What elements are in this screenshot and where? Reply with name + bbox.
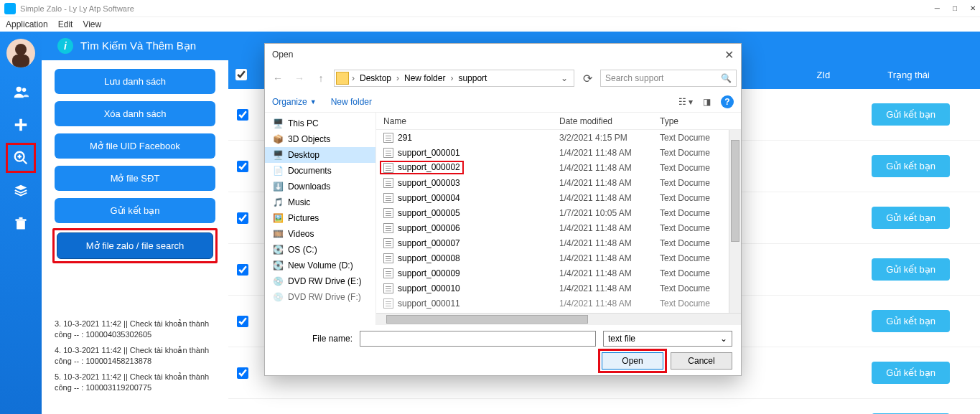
- dialog-title: Open: [272, 50, 293, 60]
- file-row[interactable]: support_0000011/4/2021 11:48 AMText Docu…: [376, 145, 741, 160]
- pc-icon: 🖥️: [272, 118, 284, 129]
- sidebar: [0, 32, 42, 414]
- minimize-icon[interactable]: ─: [935, 4, 940, 12]
- dialog-close-icon[interactable]: ✕: [724, 48, 734, 62]
- breadcrumb-item[interactable]: New folder: [402, 73, 447, 83]
- menu-application[interactable]: Application: [6, 19, 48, 29]
- tree-videos[interactable]: 🎞️Videos: [265, 226, 375, 242]
- file-row[interactable]: support_0000041/4/2021 11:48 AMText Docu…: [376, 190, 741, 205]
- tree-os-c[interactable]: 💽OS (C:): [265, 242, 375, 258]
- breadcrumb-item[interactable]: Desktop: [358, 73, 393, 83]
- file-row[interactable]: support_0000061/4/2021 11:48 AMText Docu…: [376, 220, 741, 235]
- open-file-search-button[interactable]: Mở file zalo / file search: [57, 232, 213, 259]
- send-friend-row-button[interactable]: Gửi kết bạn: [872, 310, 950, 332]
- search-input[interactable]: Search support 🔍: [600, 70, 737, 87]
- downloads-icon: ⬇️: [272, 181, 284, 192]
- menu-view[interactable]: View: [83, 19, 101, 29]
- dialog-titlebar: Open ✕: [265, 44, 741, 65]
- row-checkbox[interactable]: [237, 264, 248, 276]
- tree-desktop[interactable]: 🖥️Desktop: [265, 147, 375, 163]
- tree-dvd-f[interactable]: 💿DVD RW Drive (F:): [265, 289, 375, 305]
- view-options-icon[interactable]: ☷ ▾: [678, 97, 693, 107]
- refresh-icon[interactable]: ⟳: [579, 70, 596, 87]
- text-file-icon: [383, 268, 393, 278]
- row-checkbox[interactable]: [237, 316, 248, 327]
- send-friend-row-button[interactable]: Gửi kết bạn: [872, 362, 950, 384]
- text-file-icon: [383, 253, 393, 263]
- cancel-button[interactable]: Cancel: [671, 352, 732, 370]
- close-icon[interactable]: ✕: [970, 4, 976, 12]
- file-row[interactable]: support_0000051/7/2021 10:05 AMText Docu…: [376, 205, 741, 220]
- file-open-dialog: Open ✕ ← → ↑ › Desktop › New folder › su…: [264, 43, 742, 376]
- file-type-filter[interactable]: text file⌄: [603, 331, 732, 347]
- tree-pictures[interactable]: 🖼️Pictures: [265, 210, 375, 226]
- chevron-down-icon: ⌄: [720, 334, 727, 344]
- delete-list-button[interactable]: Xóa danh sách: [55, 101, 215, 126]
- breadcrumb[interactable]: › Desktop › New folder › support ⌄: [334, 70, 574, 87]
- file-row[interactable]: support_0000071/4/2021 11:48 AMText Docu…: [376, 235, 741, 250]
- row-checkbox[interactable]: [237, 161, 248, 172]
- col-type[interactable]: Type: [660, 116, 741, 126]
- send-friend-row-button[interactable]: Gửi kết bạn: [872, 258, 950, 281]
- text-file-icon: [383, 148, 393, 158]
- tree-3d-objects[interactable]: 📦3D Objects: [265, 131, 375, 147]
- row-checkbox[interactable]: [237, 109, 248, 121]
- tree-music[interactable]: 🎵Music: [265, 194, 375, 210]
- col-name[interactable]: Name: [376, 116, 559, 126]
- vertical-scrollbar[interactable]: [729, 130, 741, 313]
- breadcrumb-item[interactable]: support: [456, 73, 489, 83]
- file-row[interactable]: support_0000081/4/2021 11:48 AMText Docu…: [376, 250, 741, 265]
- file-row[interactable]: support_0000031/4/2021 11:48 AMText Docu…: [376, 175, 741, 190]
- tree-this-pc[interactable]: 🖥️This PC: [265, 116, 375, 131]
- nav-back-icon[interactable]: ←: [269, 70, 286, 87]
- file-row[interactable]: support_0000091/4/2021 11:48 AMText Docu…: [376, 265, 741, 281]
- avatar[interactable]: [6, 39, 35, 67]
- col-date[interactable]: Date modified: [559, 116, 660, 126]
- menu-edit[interactable]: Edit: [58, 19, 73, 29]
- file-name-input[interactable]: [360, 331, 596, 347]
- log-entry: 4. 10-3-2021 11:42 || Check tài khoản th…: [55, 345, 215, 367]
- text-file-icon: [383, 178, 393, 188]
- svg-point-2: [17, 87, 22, 92]
- help-icon[interactable]: ?: [721, 95, 734, 108]
- maximize-icon[interactable]: □: [953, 4, 957, 12]
- search-zoom-icon[interactable]: [12, 149, 29, 166]
- file-row[interactable]: support_0000111/4/2021 11:48 AMText Docu…: [376, 296, 741, 311]
- open-uid-facebook-button[interactable]: Mở file UID Facebook: [55, 133, 215, 159]
- open-button[interactable]: Open: [602, 352, 663, 370]
- nav-forward-icon[interactable]: →: [291, 70, 308, 87]
- log-entry: 5. 10-3-2021 11:42 || Check tài khoản th…: [55, 372, 215, 394]
- chevron-down-icon[interactable]: ⌄: [556, 73, 572, 83]
- new-folder-button[interactable]: New folder: [331, 97, 372, 107]
- col-status: Trạng thái: [887, 70, 930, 80]
- send-friend-row-button[interactable]: Gửi kết bạn: [872, 103, 950, 126]
- trash-icon[interactable]: [12, 215, 29, 232]
- horizontal-scrollbar[interactable]: [376, 313, 741, 325]
- organize-button[interactable]: Organize ▼: [272, 97, 317, 107]
- text-file-icon: [383, 133, 393, 143]
- row-checkbox[interactable]: [237, 212, 248, 224]
- send-friend-row-button[interactable]: Gửi kết bạn: [872, 155, 950, 177]
- people-icon[interactable]: [12, 83, 29, 100]
- open-sdt-button[interactable]: Mở file SĐT: [55, 166, 215, 191]
- file-row[interactable]: support_0000101/4/2021 11:48 AMText Docu…: [376, 281, 741, 296]
- row-checkbox[interactable]: [237, 367, 248, 379]
- layers-icon[interactable]: [12, 182, 29, 199]
- file-row[interactable]: 2913/2/2021 4:15 PMText Docume: [376, 130, 741, 145]
- tree-dvd-e[interactable]: 💿DVD RW Drive (E:): [265, 273, 375, 289]
- plus-icon[interactable]: [12, 116, 29, 133]
- send-friend-row-button[interactable]: Gửi kết bạn: [872, 207, 950, 229]
- tree-documents[interactable]: 📄Documents: [265, 163, 375, 179]
- tree-downloads[interactable]: ⬇️Downloads: [265, 179, 375, 194]
- nav-up-icon[interactable]: ↑: [312, 70, 330, 87]
- search-icon: 🔍: [721, 73, 732, 83]
- file-row-highlighted[interactable]: support_0000021/4/2021 11:48 AMText Docu…: [376, 160, 741, 175]
- save-list-button[interactable]: Lưu danh sách: [55, 69, 215, 94]
- info-icon: i: [57, 38, 73, 54]
- table-row: Gửi kết bạn: [228, 399, 980, 414]
- table-header-checkbox[interactable]: [235, 69, 247, 80]
- send-friend-button[interactable]: Gửi kết bạn: [55, 198, 215, 223]
- tree-new-volume[interactable]: 💽New Volume (D:): [265, 258, 375, 273]
- svg-rect-11: [16, 219, 27, 221]
- preview-pane-icon[interactable]: ◨: [703, 97, 711, 107]
